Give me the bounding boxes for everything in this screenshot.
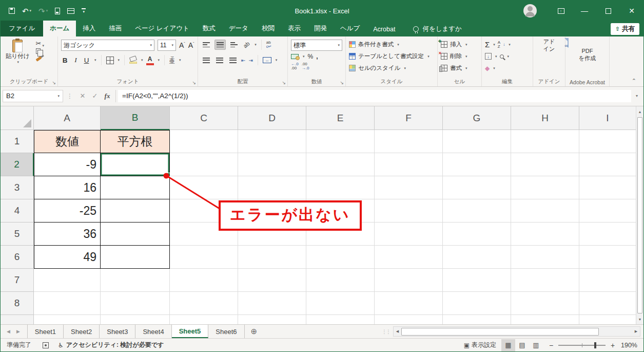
sheet-tab-sheet5-active[interactable]: Sheet5 [172,325,209,338]
row-header-9[interactable] [1,315,34,324]
cell[interactable] [238,246,306,269]
normal-view-button[interactable]: ▦ [501,339,515,351]
cell[interactable] [579,199,636,223]
ribbon-display-options-button[interactable]: ↑ [549,1,573,21]
cell[interactable] [306,176,375,199]
formula-input[interactable]: =IF(A2<0,"",A2^(1/2)) [118,90,631,102]
cut-button[interactable]: ✂ [36,40,42,47]
tab-data[interactable]: データ [222,21,255,36]
undo-button[interactable]: ↶▾ [22,7,31,15]
cell[interactable] [375,153,443,176]
create-pdf-button[interactable]: PDFを作成 [568,39,607,62]
enter-entry-button[interactable]: ✓ [89,92,101,100]
cell[interactable] [170,130,238,153]
maximize-button[interactable] [596,1,620,21]
cell[interactable] [306,246,375,269]
vertical-scroll-thumb[interactable] [637,117,642,313]
cell[interactable] [34,269,101,292]
cell-B4[interactable] [101,199,170,223]
decrease-decimal-button[interactable]: .00→.0 [302,62,309,71]
name-box[interactable]: B2▾ [3,90,63,102]
zoom-slider[interactable] [558,345,606,346]
scroll-down-icon[interactable]: ▼ [636,314,643,324]
cell[interactable] [375,130,443,153]
number-format-select[interactable]: 標準▾ [291,40,342,51]
sheet-tab-sheet2[interactable]: Sheet2 [64,325,100,338]
increase-indent-button[interactable]: ⇥ [248,58,252,63]
col-header-I[interactable]: I [579,106,636,130]
cell-A5[interactable]: 36 [34,223,101,246]
namebox-splitter[interactable]: ⋮ [63,92,76,100]
cell[interactable] [511,292,579,315]
row-header-8[interactable]: 8 [1,292,34,315]
tab-view[interactable]: 表示 [281,21,307,36]
scroll-left-icon[interactable]: ◀ [394,329,401,334]
collapse-ribbon-button[interactable]: ⌃ [625,78,643,86]
cell-B1[interactable]: 平方根 [101,130,170,153]
close-button[interactable]: ✕ [620,1,643,21]
print-preview-button[interactable] [55,8,60,14]
tab-insert[interactable]: 挿入 [76,21,102,36]
tab-file[interactable]: ファイル [1,21,43,36]
fill-button[interactable]: ↓ [485,53,492,60]
phonetic-guide-button[interactable]: ア亜 [169,57,175,64]
cell[interactable] [238,269,306,292]
cell[interactable] [579,130,636,153]
row-header-1[interactable]: 1 [1,130,34,153]
cell[interactable] [238,176,306,199]
vertical-scrollbar[interactable]: ▲ ▼ [636,106,643,324]
cell-A4[interactable]: -25 [34,199,101,223]
italic-button[interactable]: I [72,56,80,64]
top-align-button[interactable] [201,40,211,49]
customize-qat-button[interactable]: ▾ [82,8,86,14]
display-settings-button[interactable]: ▣ 表示設定 [459,341,501,349]
row-header-5[interactable]: 5 [1,223,34,246]
cell[interactable] [443,269,511,292]
cell[interactable] [306,292,375,315]
cell[interactable] [306,315,375,324]
sheet-nav-next-icon[interactable]: ▶ [16,329,20,334]
cell[interactable] [443,223,511,246]
cell[interactable] [579,223,636,246]
cell[interactable] [170,246,238,269]
insert-cells-button[interactable]: 挿入 ▾ [440,39,479,50]
cell[interactable] [101,315,170,324]
delete-cells-button[interactable]: 削除 ▾ [440,50,479,62]
cell-B6[interactable] [101,246,170,269]
expand-formula-bar-button[interactable]: ▾ [631,94,642,98]
new-sheet-button[interactable]: ⊕ [245,325,264,338]
accessibility-status[interactable]: ♿ アクセシビリティ: 検討が必要です [54,341,168,349]
zoom-level[interactable]: 190% [621,342,643,349]
cell[interactable] [306,269,375,292]
cell[interactable] [375,269,443,292]
cell[interactable] [306,153,375,176]
col-header-B[interactable]: B [101,106,170,130]
cell[interactable] [170,269,238,292]
tab-acrobat[interactable]: Acrobat [366,22,402,36]
cell[interactable] [101,269,170,292]
zoom-slider-handle[interactable] [594,342,596,348]
cell-A1[interactable]: 数値 [34,130,101,153]
cell[interactable] [375,199,443,223]
cell[interactable] [579,269,636,292]
cell[interactable] [511,199,579,223]
cell[interactable] [238,315,306,324]
col-header-F[interactable]: F [375,106,443,130]
tab-scroll-splitter[interactable]: ⋮⋮ [382,325,393,338]
cell[interactable] [579,153,636,176]
horizontal-scroll-thumb[interactable] [401,328,599,336]
cell[interactable] [443,292,511,315]
cell[interactable] [511,246,579,269]
cell[interactable] [443,130,511,153]
sort-filter-button[interactable]: AZ [498,41,500,48]
select-all-corner[interactable] [1,106,34,130]
decrease-font-size-button[interactable]: Aˇ [188,41,194,49]
cell[interactable] [34,292,101,315]
tab-help[interactable]: ヘルプ [334,21,366,36]
cell[interactable] [375,292,443,315]
cell[interactable] [579,246,636,269]
scroll-right-icon[interactable]: ▶ [632,329,640,334]
col-header-G[interactable]: G [443,106,511,130]
cell[interactable] [443,315,511,324]
autosum-button[interactable]: Σ [485,40,490,49]
